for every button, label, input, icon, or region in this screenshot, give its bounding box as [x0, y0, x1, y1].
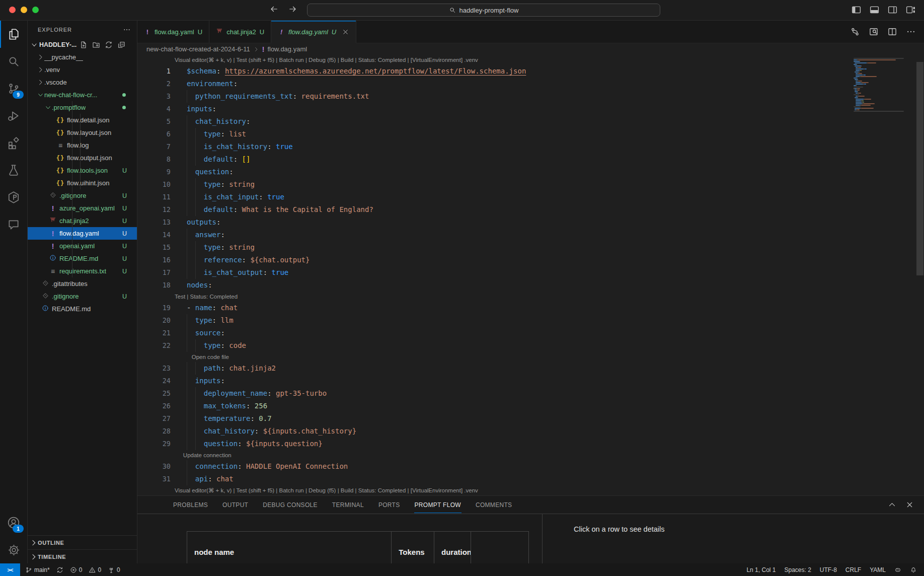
- forward-icon[interactable]: [288, 5, 297, 14]
- more-actions-icon[interactable]: [123, 26, 131, 34]
- minimize-window-button[interactable]: [21, 7, 27, 13]
- tree-item--venv[interactable]: .venv: [28, 63, 137, 76]
- layout-panel-icon[interactable]: [869, 5, 880, 15]
- remote-indicator[interactable]: ><: [0, 563, 20, 576]
- open-preview-icon[interactable]: [869, 27, 879, 37]
- status-sync[interactable]: [56, 566, 63, 573]
- code-editor[interactable]: Visual editor(⌘ + k, v) | Test (shift + …: [137, 55, 924, 496]
- outline-section[interactable]: OUTLINE: [28, 535, 137, 549]
- tree-item-flow-output-json[interactable]: {}flow.output.json: [28, 152, 137, 164]
- tree-item-azure-openai-yaml[interactable]: !azure_openai.yamlU: [28, 202, 137, 214]
- tree-item--gitattributes[interactable]: .gitattributes: [28, 277, 137, 290]
- layout-sidebar-right-icon[interactable]: [887, 5, 898, 15]
- editor-tab-chat-jinja2[interactable]: chat.jinja2U: [209, 21, 271, 43]
- split-editor-icon[interactable]: [887, 27, 897, 37]
- activity-item-explorer[interactable]: [0, 21, 27, 48]
- panel-tab-prompt-flow[interactable]: PROMPT FLOW: [414, 497, 461, 513]
- close-window-button[interactable]: [9, 7, 16, 13]
- code-line-30[interactable]: 30connection: HADDLE OpenAI Connection: [137, 460, 924, 473]
- code-line-8[interactable]: 8default: []: [137, 153, 924, 166]
- tree-item--promptflow[interactable]: .promptflow: [28, 101, 137, 114]
- status-warnings[interactable]: 0: [89, 566, 101, 573]
- tree-item-flow-detail-json[interactable]: {}flow.detail.json: [28, 114, 137, 126]
- tree-item-openai-yaml[interactable]: !openai.yamlU: [28, 240, 137, 252]
- status-git-branch[interactable]: main*: [25, 566, 50, 573]
- workspace-section-header[interactable]: HADDLEY-...: [28, 39, 137, 51]
- more-actions-icon[interactable]: [906, 27, 916, 37]
- code-line-6[interactable]: 6type: list: [137, 128, 924, 140]
- tree-item-flow-log[interactable]: ≡flow.log: [28, 139, 137, 152]
- refresh-icon[interactable]: [105, 41, 113, 49]
- code-line-18[interactable]: 18nodes:: [137, 279, 924, 292]
- code-line-28[interactable]: 28chat_history: ${inputs.chat_history}: [137, 425, 924, 438]
- table-header-duration[interactable]: duration: [434, 532, 471, 563]
- layout-customize-icon[interactable]: [905, 5, 916, 15]
- panel-tab-problems[interactable]: PROBLEMS: [173, 497, 208, 513]
- maximize-window-button[interactable]: [32, 7, 39, 13]
- status-ports[interactable]: 0: [108, 566, 120, 573]
- chevron-up-icon[interactable]: [888, 500, 896, 509]
- collapse-all-icon[interactable]: [117, 41, 125, 49]
- status-language-mode[interactable]: YAML: [870, 566, 886, 573]
- compare-changes-icon[interactable]: [850, 27, 860, 37]
- code-line-2[interactable]: 2environment:: [137, 78, 924, 90]
- new-folder-icon[interactable]: [92, 41, 100, 49]
- code-line-4[interactable]: 4inputs:: [137, 103, 924, 115]
- account-button[interactable]: 1: [0, 509, 27, 536]
- activity-item-source-control[interactable]: 9: [0, 75, 27, 102]
- command-center-search[interactable]: haddley-prompt-flow: [307, 4, 660, 17]
- close-icon[interactable]: [905, 500, 914, 509]
- table-header-tokens[interactable]: Tokens: [392, 532, 434, 563]
- tree-item-chat-jinja2[interactable]: chat.jinja2U: [28, 214, 137, 227]
- tree-item-readme-md[interactable]: README.md: [28, 303, 137, 315]
- status-copilot[interactable]: [894, 566, 901, 573]
- code-line-24[interactable]: 24inputs:: [137, 375, 924, 387]
- tree-item--pycache-[interactable]: __pycache__: [28, 51, 137, 63]
- activity-item-extensions[interactable]: [0, 129, 27, 157]
- tree-item-flow-layout-json[interactable]: {}flow.layout.json: [28, 126, 137, 139]
- code-line-29[interactable]: 29question: ${inputs.question}: [137, 438, 924, 450]
- tree-item-new-chat-flow-cr-[interactable]: new-chat-flow-cr...: [28, 89, 137, 101]
- codelens[interactable]: Update connection: [137, 450, 924, 460]
- back-icon[interactable]: [270, 5, 279, 14]
- settings-button[interactable]: [0, 536, 27, 563]
- codelens[interactable]: Visual editor(⌘ + k, v) | Test (shift + …: [137, 485, 924, 495]
- code-line-10[interactable]: 10type: string: [137, 178, 924, 191]
- table-header-node-name[interactable]: node name: [187, 532, 392, 563]
- code-line-17[interactable]: 17is_chat_output: true: [137, 266, 924, 279]
- code-line-3[interactable]: 3python_requirements_txt: requirements.t…: [137, 90, 924, 103]
- tree-item--gitignore[interactable]: .gitignoreU: [28, 290, 137, 303]
- code-line-1[interactable]: 1$schema: https://azuremlschemas.azureed…: [137, 65, 924, 78]
- code-line-7[interactable]: 7is_chat_history: true: [137, 140, 924, 153]
- tree-item-readme-md[interactable]: README.mdU: [28, 252, 137, 265]
- panel-tab-comments[interactable]: COMMENTS: [475, 497, 512, 513]
- tree-item--gitignore[interactable]: .gitignoreU: [28, 189, 137, 202]
- code-line-15[interactable]: 15type: string: [137, 241, 924, 254]
- status-cursor-position[interactable]: Ln 1, Col 1: [746, 566, 776, 573]
- code-line-21[interactable]: 21source:: [137, 327, 924, 339]
- code-line-25[interactable]: 25deployment_name: gpt-35-turbo: [137, 387, 924, 400]
- codelens[interactable]: Visual editor(⌘ + k, v) | Test (shift + …: [137, 55, 924, 65]
- code-line-16[interactable]: 16reference: ${chat.output}: [137, 254, 924, 266]
- minimap[interactable]: [854, 58, 914, 112]
- panel-tab-ports[interactable]: PORTS: [378, 497, 401, 513]
- tree-item-requirements-txt[interactable]: ≡requirements.txtU: [28, 265, 137, 277]
- code-line-31[interactable]: 31api: chat: [137, 473, 924, 485]
- table-header-empty[interactable]: [471, 532, 528, 563]
- activity-item-prompt-flow[interactable]: [0, 184, 27, 211]
- tree-item-flow-tools-json[interactable]: {}flow.tools.jsonU: [28, 164, 137, 177]
- breadcrumb-folder[interactable]: new-chat-flow-created-at-2024-6-11: [146, 45, 250, 53]
- panel-tab-output[interactable]: OUTPUT: [222, 497, 249, 513]
- close-tab-icon[interactable]: [342, 28, 349, 36]
- tree-item-flow-uihint-json[interactable]: {}flow.uihint.json: [28, 177, 137, 189]
- code-line-11[interactable]: 11is_chat_input: true: [137, 191, 924, 203]
- activity-item-run-debug[interactable]: [0, 102, 27, 129]
- codelens[interactable]: Open code file: [137, 352, 924, 362]
- timeline-section[interactable]: TIMELINE: [28, 549, 137, 563]
- code-line-19[interactable]: 19- name: chat: [137, 302, 924, 314]
- panel-tab-terminal[interactable]: TERMINAL: [332, 497, 364, 513]
- tree-item-flow-dag-yaml[interactable]: !flow.dag.yamlU: [28, 227, 137, 240]
- code-line-26[interactable]: 26max_tokens: 256: [137, 400, 924, 412]
- activity-item-search[interactable]: [0, 48, 27, 75]
- breadcrumb-file[interactable]: flow.dag.yaml: [267, 45, 307, 53]
